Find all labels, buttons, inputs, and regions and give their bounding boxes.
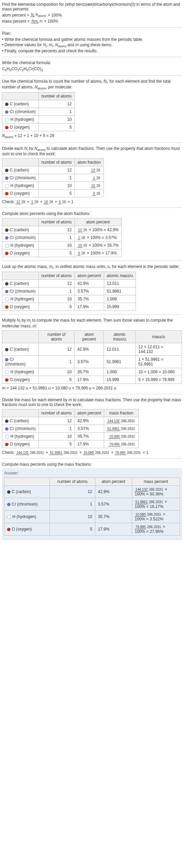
col-atom-percent: atom percent (74, 218, 121, 226)
element-dot-icon (5, 443, 8, 446)
element-label: O (oxygen) (10, 377, 30, 382)
cell-value: 12.011 (104, 280, 135, 288)
plan-header: Plan: (2, 31, 182, 36)
frac-num: 5 (92, 192, 96, 196)
table-row: O (oxygen)5 (2, 124, 75, 131)
element-label: H (hydrogen) (10, 297, 34, 301)
table-row: C (carbon)1242.9%144.132286.2031 × 100% … (4, 485, 180, 498)
element-label: O (oxygen) (10, 125, 30, 130)
answer-box: Answer: number of atomsatom percentmass … (2, 468, 182, 540)
plan-item: • Write the chemical formula and gather … (2, 37, 182, 42)
table-mass-percents: number of atomsatom percentmass percent … (4, 478, 180, 536)
element-dot-icon (7, 503, 10, 506)
element-label: H (hydrogen) (10, 434, 34, 439)
chem-formula-header: Write the chemical formula: (2, 60, 182, 65)
table-row: O (oxygen)517.9%15.999 (2, 303, 136, 311)
mp-text: 100% = 27.95% (135, 529, 163, 534)
element-dot-icon (5, 236, 8, 240)
frac-num: 51.9961 (135, 500, 148, 504)
cell-value: 12 × 12.011 = 144.132 (135, 343, 182, 355)
col-mass-fraction: mass fraction (104, 409, 139, 417)
times-100: × 100% (44, 19, 58, 24)
frac-den: 28 (96, 184, 101, 188)
element-dot-icon (5, 370, 9, 374)
element-label: Cr (chromium) (10, 109, 36, 114)
element-label: O (oxygen) (10, 251, 30, 255)
col-num-atoms: number of atoms (38, 330, 74, 343)
cell-value: 15.999 (104, 303, 135, 311)
cell-value: 10 (50, 510, 95, 523)
cell-value: 51.9961 (104, 288, 135, 295)
table-row: Cr (chromium)13.57%51.9961286.2031 (2, 425, 139, 432)
frac-num: 79.995 (109, 442, 120, 446)
frac-den: 28 (83, 228, 88, 232)
times-100: × 100% (48, 13, 62, 18)
table-atoms-count: number of atoms C (carbon)12 Cr (chromiu… (2, 92, 75, 131)
cell-value: 5 (38, 249, 74, 257)
check-atom-fractions: Check: 1228 + 128 + 1028 + 528 = 1 (2, 199, 182, 204)
plan-item-text: Finally, compute the percents and check … (5, 49, 98, 53)
element-dot-icon (5, 169, 8, 172)
element-label: Cr (chromium) (10, 175, 36, 180)
check-label: Check: (2, 450, 16, 455)
table1-header: Use the chemical formula to count the nu… (2, 79, 182, 90)
table-mass-fractions: number of atomsatom percentmass fraction… (2, 409, 139, 448)
check-eq: = 1 (143, 450, 148, 455)
element-dot-icon (5, 228, 8, 232)
element-dot-icon (7, 515, 11, 519)
frac-den: 286.2031 (120, 435, 136, 438)
cell-value: 1.008 (104, 368, 135, 376)
cell-value: 1 (38, 355, 74, 368)
table-mass: number of atomsatom percentatomic mass/u… (2, 330, 182, 384)
mp-text: 100% = 3.522% (135, 517, 163, 521)
cell-value: 12 (38, 343, 74, 355)
cell-value: 12.011 (104, 343, 135, 355)
cell-value: 5 × 15.999 = 79.995 (135, 376, 182, 383)
element-dot-icon (5, 103, 8, 106)
element-dot-icon (5, 297, 9, 301)
cell-value: 3.57% (74, 288, 104, 295)
frac-den: 286.2031 (148, 488, 164, 491)
cell-value: 1 (38, 234, 74, 242)
element-dot-icon (5, 435, 9, 439)
element-label: C (carbon) (10, 347, 29, 352)
atom-percent-formula: atom percent = NiNatoms × 100% (2, 13, 182, 18)
table-row: C (carbon)1242.9%12.011 (2, 280, 136, 288)
table-row: Cr (chromium)13.57%51.9961 (2, 288, 136, 295)
cell-value: 17.9% (74, 440, 104, 448)
element-label: Cr (chromium) (5, 357, 26, 367)
cell-value: 10 (38, 432, 74, 440)
frac-num: 10 (78, 244, 83, 248)
cell-value: 17.9% (95, 523, 132, 535)
table-atom-percents: number of atomsatom percent C (carbon)12… (2, 218, 122, 257)
element-dot-icon (5, 427, 8, 431)
table-row: C (carbon)12 (2, 100, 75, 108)
plan-item-text: Write the chemical formula and gather at… (5, 37, 143, 42)
cell-value: 5 (50, 523, 95, 535)
check-label: Check: (2, 199, 16, 204)
cell-value: 17.9% (74, 376, 104, 383)
cell-value: 42.9% (74, 417, 104, 425)
table3-header: Compute atom percents using the atom fra… (2, 211, 182, 216)
mass-percent-label: mass percent (2, 19, 26, 24)
pct-text: × 100% = 17.9% (86, 251, 117, 255)
col-num-atoms: number of atoms (50, 478, 95, 485)
table-row: C (carbon)121228 × 100% = 42.9% (2, 226, 122, 234)
frac-num: 1 (78, 236, 81, 240)
cell-value: 3.57% (74, 425, 104, 432)
cell-value: 42.9% (74, 343, 104, 355)
cell-value: 5 (38, 124, 74, 131)
table-row: Cr (chromium)1128 (2, 174, 104, 182)
element-dot-icon (5, 305, 8, 309)
check-mass-fractions: Check: 144.132286.2031 + 51.9961286.2031… (2, 450, 182, 455)
col-atom-percent: atom percent (74, 409, 104, 417)
col-num-atoms: number of atoms (38, 218, 74, 226)
cell-value: 12 (50, 485, 95, 498)
table-row: O (oxygen)517.9%79.995286.2031 × 100% = … (4, 523, 180, 535)
cell-value: 42.9% (74, 280, 104, 288)
cell-value: 12 (38, 417, 74, 425)
mass-sum: m m = 144.132 u + 51.9961 u + 10.080 u +… (2, 386, 182, 390)
natoms-sum: Natoms = 12 + 1 + 10 + 5 = 28 (2, 133, 182, 139)
atom-percent-label: atom percent (2, 13, 26, 18)
col-atomic-mass: atomic mass/u (104, 272, 135, 280)
